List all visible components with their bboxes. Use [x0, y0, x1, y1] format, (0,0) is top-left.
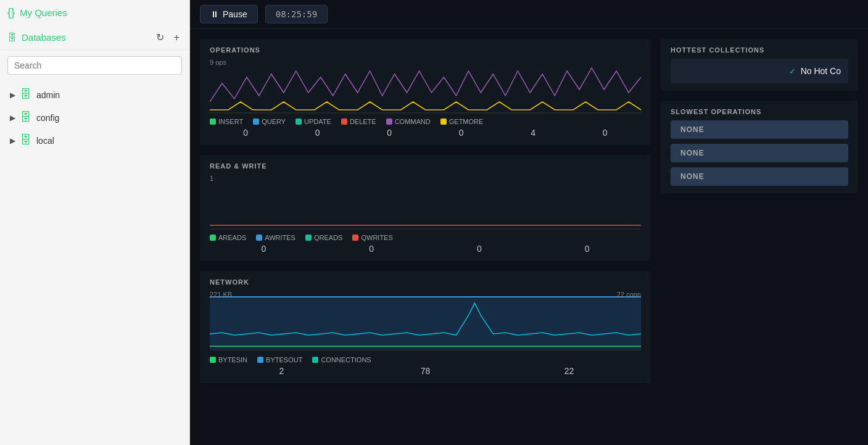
- slowest-operations-panel: SLOWEST OPERATIONS NONE NONE NONE: [661, 101, 858, 193]
- read-write-legend: AREADS AWRITES QREADS QWRITES: [210, 234, 641, 241]
- stat-command: 4: [497, 128, 569, 138]
- bytesout-dot: [257, 357, 263, 363]
- legend-awrites: AWRITES: [256, 234, 296, 241]
- stat-bytesin-value: 2: [279, 366, 284, 376]
- stat-insert: 0: [210, 128, 282, 138]
- db-item-config[interactable]: ▶ 🗄 config: [0, 106, 189, 129]
- bytesout-label: BYTESOUT: [266, 356, 302, 364]
- legend-connections: CONNECTIONS: [312, 356, 371, 364]
- legend-areads: AREADS: [210, 234, 246, 241]
- legend-qwrites: QWRITES: [352, 234, 392, 241]
- checkmark-icon: ✓: [789, 67, 796, 76]
- areads-label: AREADS: [218, 234, 246, 241]
- legend-command: COMMAND: [386, 118, 431, 125]
- read-write-title: READ & WRITE: [210, 162, 641, 170]
- command-dot: [386, 119, 392, 125]
- query-label: QUERY: [262, 118, 286, 125]
- chevron-right-icon-config: ▶: [10, 114, 15, 122]
- db-item-admin[interactable]: ▶ 🗄 admin: [0, 83, 189, 106]
- stat-bytesout: 78: [353, 366, 497, 376]
- read-write-panel: READ & WRITE 1 AREADS: [200, 155, 651, 261]
- topbar: ⏸ Pause 08:25:59: [190, 0, 868, 29]
- stat-areads: 0: [210, 244, 318, 254]
- db-icon-config: 🗄: [20, 111, 31, 124]
- qwrites-dot: [352, 235, 358, 241]
- databases-row: 🗄 Databases ↻ +: [0, 25, 189, 50]
- stat-getmore-value: 0: [603, 128, 608, 138]
- slowest-operations-title: SLOWEST OPERATIONS: [671, 108, 848, 115]
- main-content: ⏸ Pause 08:25:59 OPERATIONS 9 ops: [190, 0, 868, 445]
- charts-column: OPERATIONS 9 ops INSERT: [200, 39, 651, 435]
- connections-label: CONNECTIONS: [321, 356, 371, 364]
- hottest-collections-panel: HOTTEST COLLECTIONS ✓ No Hot Co: [661, 39, 858, 91]
- legend-bytesout: BYTESOUT: [257, 356, 302, 364]
- legend-getmore: GETMORE: [440, 118, 484, 125]
- hottest-collections-title: HOTTEST COLLECTIONS: [671, 46, 848, 54]
- timer-value: 08:25:59: [276, 9, 317, 19]
- add-database-button[interactable]: +: [172, 30, 182, 44]
- stat-getmore: 0: [569, 128, 642, 138]
- pause-button[interactable]: ⏸ Pause: [200, 5, 258, 23]
- side-column: HOTTEST COLLECTIONS ✓ No Hot Co SLOWEST …: [661, 39, 858, 435]
- network-panel: NETWORK 221 KB 22 conn: [200, 271, 651, 383]
- operations-legend: INSERT QUERY UPDATE DELETE: [210, 118, 641, 125]
- qreads-label: QREADS: [314, 234, 342, 241]
- db-actions: ↻ +: [154, 30, 182, 44]
- awrites-label: AWRITES: [265, 234, 296, 241]
- db-name-config: config: [36, 113, 59, 123]
- delete-dot: [341, 119, 347, 125]
- stat-qreads-value: 0: [477, 244, 482, 254]
- stat-insert-value: 0: [243, 128, 248, 138]
- stat-qwrites: 0: [533, 244, 641, 254]
- operations-y-label: 9 ops: [210, 59, 226, 66]
- chevron-right-icon: ▶: [10, 91, 15, 99]
- hot-collections-content: ✓ No Hot Co: [671, 59, 848, 83]
- update-label: UPDATE: [304, 118, 331, 125]
- db-name-admin: admin: [36, 90, 60, 100]
- chevron-right-icon-local: ▶: [10, 136, 15, 145]
- stat-update: 0: [353, 128, 426, 138]
- delete-label: DELETE: [350, 118, 376, 125]
- queries-icon: {}: [7, 6, 15, 19]
- read-write-y-label: 1: [210, 175, 213, 182]
- db-icon-local: 🗄: [20, 134, 31, 147]
- legend-delete: DELETE: [341, 118, 376, 125]
- operations-svg: [210, 59, 641, 114]
- my-queries-label: My Queries: [20, 7, 67, 18]
- refresh-button[interactable]: ↻: [154, 30, 167, 44]
- update-dot: [296, 119, 302, 125]
- operations-panel: OPERATIONS 9 ops INSERT: [200, 39, 651, 145]
- legend-insert: INSERT: [210, 118, 243, 125]
- network-svg: [210, 291, 641, 352]
- stat-awrites: 0: [318, 244, 426, 254]
- network-y-label-left: 221 KB: [210, 291, 232, 298]
- stat-bytesin: 2: [210, 366, 353, 376]
- network-title: NETWORK: [210, 278, 641, 286]
- sidebar: {} My Queries 🗄 Databases ↻ + ▶ 🗄 admin …: [0, 0, 190, 445]
- stat-update-value: 0: [387, 128, 392, 138]
- legend-update: UPDATE: [296, 118, 331, 125]
- timer-display: 08:25:59: [265, 5, 328, 23]
- qwrites-label: QWRITES: [361, 234, 392, 241]
- databases-label-group: 🗄 Databases: [7, 32, 66, 43]
- network-stats: 2 78 22: [210, 366, 641, 376]
- svg-marker-3: [210, 297, 641, 349]
- legend-qreads: QREADS: [305, 234, 342, 241]
- database-list: ▶ 🗄 admin ▶ 🗄 config ▶ 🗄 local: [0, 81, 189, 154]
- command-label: COMMAND: [395, 118, 431, 125]
- areads-dot: [210, 235, 216, 241]
- slowest-op-3[interactable]: NONE: [671, 167, 848, 186]
- legend-bytesin: BYTESIN: [210, 356, 247, 364]
- connections-dot: [312, 357, 318, 363]
- insert-label: INSERT: [218, 118, 243, 125]
- operations-stats: 0 0 0 0 4 0: [210, 128, 641, 138]
- db-item-local[interactable]: ▶ 🗄 local: [0, 129, 189, 152]
- slowest-op-1[interactable]: NONE: [671, 120, 848, 139]
- bytesin-dot: [210, 357, 216, 363]
- databases-label: Databases: [22, 32, 66, 43]
- my-queries-item[interactable]: {} My Queries: [0, 0, 189, 25]
- operations-title: OPERATIONS: [210, 46, 641, 54]
- stat-connections-value: 22: [564, 366, 574, 376]
- slowest-op-2[interactable]: NONE: [671, 144, 848, 162]
- search-input[interactable]: [7, 56, 182, 75]
